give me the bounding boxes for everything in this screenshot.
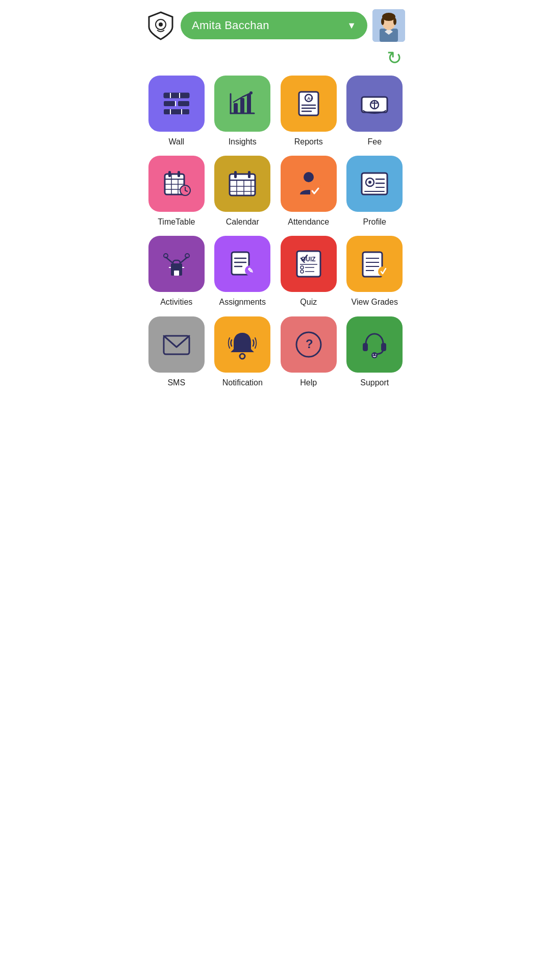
svg-point-6 — [382, 13, 395, 21]
viewgrades-icon-box — [346, 236, 403, 292]
refresh-button[interactable]: ↻ — [387, 49, 402, 67]
notification-icon-box — [214, 316, 270, 373]
support-icon-box — [346, 316, 403, 373]
chevron-down-icon: ▼ — [347, 20, 356, 31]
svg-rect-40 — [168, 171, 171, 177]
avatar — [372, 9, 405, 42]
grid-item-profile[interactable]: Profile — [345, 156, 405, 227]
calendar-icon-box — [214, 156, 270, 212]
assignments-icon-box: ✎ — [214, 236, 270, 292]
calendar-label: Calendar — [226, 217, 259, 227]
grid-item-wall[interactable]: Wall — [147, 76, 206, 146]
grid-item-sms[interactable]: SMS — [147, 316, 206, 387]
viewgrades-label: View Grades — [352, 297, 398, 307]
svg-point-23 — [249, 91, 253, 94]
activities-label: Activities — [160, 297, 192, 307]
fee-label: Fee — [367, 137, 382, 146]
svg-rect-17 — [181, 109, 182, 114]
svg-rect-22 — [247, 94, 251, 113]
svg-rect-10 — [164, 101, 175, 106]
notification-label: Notification — [222, 378, 263, 387]
svg-rect-21 — [240, 98, 244, 113]
profile-label: Profile — [363, 217, 386, 227]
assignments-label: Assignments — [219, 297, 266, 307]
svg-rect-20 — [234, 103, 238, 113]
user-name-label: Amita Bacchan — [192, 19, 269, 32]
user-dropdown[interactable]: Amita Bacchan ▼ — [181, 12, 367, 39]
app-grid: Wall Insights A+ Reports Fee — [138, 71, 413, 403]
header: Amita Bacchan ▼ — [138, 0, 413, 47]
svg-point-97 — [371, 352, 378, 358]
svg-text:A+: A+ — [307, 96, 313, 101]
grid-item-insights[interactable]: Insights — [213, 76, 272, 146]
insights-label: Insights — [229, 137, 257, 146]
grid-item-help[interactable]: ? Help — [279, 316, 338, 387]
insights-icon-box — [214, 76, 270, 132]
svg-point-7 — [381, 18, 384, 25]
help-label: Help — [300, 378, 317, 387]
svg-rect-95 — [363, 343, 368, 351]
timetable-label: TimeTable — [158, 217, 195, 227]
refresh-row: ↻ — [138, 47, 413, 71]
quiz-icon-box: QUIZ — [281, 236, 337, 292]
svg-rect-16 — [170, 109, 171, 114]
grid-item-timetable[interactable]: TimeTable — [147, 156, 206, 227]
profile-icon-box — [346, 156, 403, 212]
svg-point-92 — [240, 354, 245, 359]
svg-rect-47 — [234, 171, 237, 178]
grid-item-support[interactable]: Support — [345, 316, 405, 387]
attendance-icon-box — [281, 156, 337, 212]
grid-item-notification[interactable]: Notification — [213, 316, 272, 387]
svg-text:✎: ✎ — [247, 266, 254, 275]
grid-item-reports[interactable]: A+ Reports — [279, 76, 338, 146]
attendance-label: Attendance — [288, 217, 329, 227]
svg-rect-12 — [164, 109, 189, 114]
logo — [146, 11, 176, 40]
svg-rect-11 — [178, 101, 189, 106]
svg-rect-14 — [179, 93, 180, 98]
grid-item-attendance[interactable]: Attendance — [279, 156, 338, 227]
svg-rect-71 — [174, 271, 179, 276]
grid-item-quiz[interactable]: QUIZ Quiz — [279, 236, 338, 307]
svg-rect-9 — [164, 93, 189, 98]
grid-item-calendar[interactable]: Calendar — [213, 156, 272, 227]
svg-rect-48 — [248, 171, 251, 178]
svg-rect-15 — [175, 101, 176, 106]
quiz-label: Quiz — [300, 297, 317, 307]
svg-point-98 — [373, 354, 374, 355]
sms-icon-box — [148, 316, 205, 373]
activities-icon-box — [148, 236, 205, 292]
grid-item-viewgrades[interactable]: View Grades — [345, 236, 405, 307]
fee-icon-box — [346, 76, 403, 132]
sms-label: SMS — [167, 378, 185, 387]
svg-point-8 — [393, 18, 396, 25]
support-label: Support — [360, 378, 389, 387]
timetable-icon-box — [148, 156, 205, 212]
svg-text:?: ? — [306, 337, 313, 351]
svg-point-54 — [304, 172, 314, 182]
wall-label: Wall — [168, 137, 184, 146]
reports-icon-box: A+ — [281, 76, 337, 132]
grid-item-fee[interactable]: Fee — [345, 76, 405, 146]
svg-point-99 — [375, 354, 377, 355]
svg-point-1 — [159, 22, 163, 27]
svg-rect-78 — [297, 251, 320, 277]
svg-point-58 — [368, 181, 371, 184]
reports-label: Reports — [294, 137, 323, 146]
svg-rect-13 — [170, 93, 171, 98]
wall-icon-box — [148, 76, 205, 132]
svg-rect-41 — [178, 171, 180, 177]
help-icon-box: ? — [281, 316, 337, 373]
grid-item-assignments[interactable]: ✎ Assignments — [213, 236, 272, 307]
grid-item-activities[interactable]: Activities — [147, 236, 206, 307]
